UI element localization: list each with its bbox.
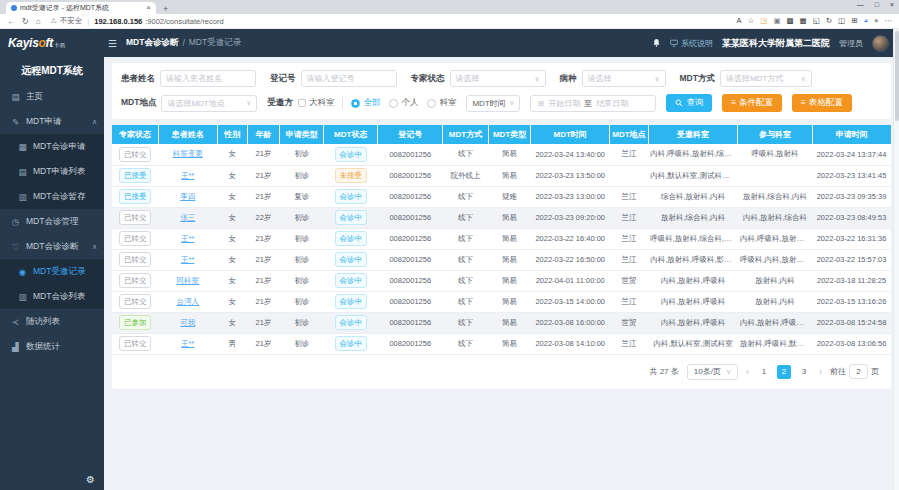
- extensions-puzzle-icon[interactable]: ⊞: [851, 17, 857, 25]
- next-page-icon[interactable]: ›: [819, 367, 822, 377]
- table-row[interactable]: 已接受王**女21岁初诊未接受0082001256院外线上简易2022-03-2…: [112, 165, 891, 186]
- reg-no-input[interactable]: [301, 70, 397, 87]
- sidebar-collapse-icon[interactable]: ☰: [108, 38, 117, 49]
- sidebar-item-mdt-apply[interactable]: ✎MDT申请∧: [0, 109, 104, 134]
- invitee-radio-科室[interactable]: 科室: [427, 97, 456, 109]
- total-count: 共 27 条: [649, 366, 678, 377]
- browser-scrollbar[interactable]: [893, 29, 899, 490]
- table-row[interactable]: 已转交台湾人女21岁初诊会诊中0082001256线下简易2022-03-15 …: [112, 291, 891, 312]
- sidebar-item-follow-up-list[interactable]: ≺随访列表: [0, 309, 104, 334]
- breadcrumb-parent: MDT会诊诊断: [126, 37, 178, 49]
- extension-icon-4[interactable]: ▦: [800, 17, 807, 25]
- copilot-icon[interactable]: ◕: [863, 17, 868, 25]
- sidebar-menu: ▤主页✎MDT申请∧▦MDT会诊申请▤MDT申请列表▥MDT会诊暂存◷MDT会诊…: [0, 84, 104, 359]
- favorites-star-icon[interactable]: ☆: [748, 17, 755, 25]
- window-restore-icon[interactable]: □: [875, 1, 879, 8]
- sidebar-item-data-stats[interactable]: ▟数据统计: [0, 334, 104, 359]
- page-list: 123: [757, 365, 811, 379]
- settings-gear-icon[interactable]: ⚙: [86, 474, 95, 485]
- extension-icon-3[interactable]: ▩: [786, 17, 793, 25]
- cell-mdt_status: 会诊中: [324, 249, 378, 270]
- table-row[interactable]: 已转交王**女21岁初诊会诊中0082001256线下简易2022-03-22 …: [112, 249, 891, 270]
- disease-select[interactable]: 请选择 ∨: [582, 70, 666, 87]
- table-row[interactable]: 已转交同科室女21岁初诊会诊中0082001256线下简易2022-04-01 …: [112, 270, 891, 291]
- user-avatar[interactable]: [872, 35, 889, 52]
- patient-name-link[interactable]: 王**: [181, 339, 194, 348]
- mdt-place-select[interactable]: 请选择MDT地点 ∨: [161, 95, 257, 112]
- scrollbar-thumb[interactable]: [895, 31, 899, 121]
- system-help-link[interactable]: 系统说明: [670, 38, 713, 49]
- patient-name-link[interactable]: 同科室: [176, 276, 199, 285]
- home-icon[interactable]: ⌂: [36, 17, 41, 26]
- cell-mdt_status: 会诊中: [324, 312, 378, 333]
- expert-status-select[interactable]: 请选择 ∨: [450, 70, 546, 87]
- invitee-radio-个人[interactable]: 个人: [389, 97, 418, 109]
- extension-icon-2[interactable]: ▣: [773, 17, 780, 25]
- table-row[interactable]: 已转交王**男21岁初诊会诊中0082001256线下简易2022-03-08 …: [112, 333, 891, 354]
- expert_status-badge: 已转交: [119, 336, 152, 351]
- refresh-extension-icon[interactable]: ↻: [826, 17, 832, 25]
- read-aloud-icon[interactable]: A: [737, 17, 742, 25]
- split-screen-icon[interactable]: ◫: [838, 17, 845, 25]
- patient-name-link[interactable]: 科室变更: [173, 149, 203, 158]
- sidebar-item-mdt-diagnosis[interactable]: ♡MDT会诊诊断∧: [0, 234, 104, 259]
- window-minimize-icon[interactable]: —: [857, 1, 864, 8]
- page-size-select[interactable]: 10条/页 ∨: [687, 364, 738, 380]
- extension-icon-1[interactable]: ◳: [760, 17, 767, 25]
- sidebar-item-mdt-consult-apply[interactable]: ▦MDT会诊申请: [0, 134, 104, 159]
- patient-name-link[interactable]: 王**: [181, 255, 194, 264]
- tab-close-icon[interactable]: ×: [146, 4, 151, 12]
- profile-avatar-icon[interactable]: ●: [874, 17, 879, 25]
- breadcrumb-current[interactable]: MDT受邀记录: [189, 37, 241, 49]
- table-row[interactable]: 已转交科室变更女21岁初诊会诊中0082001256线下简易2022-03-24…: [112, 144, 891, 165]
- browser-window: mdt受邀记录 - 远程MDT系统 × + —□× ←↻⌂ ⚠ 不安全 | 19…: [0, 0, 899, 490]
- patient-name-link[interactable]: 张三: [180, 213, 195, 222]
- patient-name-link[interactable]: 李四: [180, 192, 195, 201]
- patient-name-link[interactable]: 王**: [181, 171, 194, 180]
- app-body: 远程MDT系统 ▤主页✎MDT申请∧▦MDT会诊申请▤MDT申请列表▥MDT会诊…: [0, 57, 899, 490]
- window-close-icon[interactable]: ×: [890, 1, 894, 8]
- chevron-down-icon: ∨: [509, 99, 514, 107]
- more-menu-icon[interactable]: ⋯: [885, 17, 893, 25]
- sidebar-item-home[interactable]: ▤主页: [0, 84, 104, 109]
- patient-name-input[interactable]: [160, 70, 256, 87]
- mdt-mode-select[interactable]: 请选择MDT方式 ∨: [720, 70, 812, 87]
- mdt-time-select[interactable]: MDT时间 ∨: [466, 95, 520, 112]
- patient-name-link[interactable]: 可我: [180, 318, 195, 327]
- cell-gender: 女: [217, 144, 247, 165]
- extension-icon-5[interactable]: ◱: [813, 17, 820, 25]
- table-row[interactable]: 已转交张三女22岁初诊会诊中0082001256线下简易2022-03-23 0…: [112, 207, 891, 228]
- refresh-icon[interactable]: ↻: [22, 17, 29, 26]
- sidebar-item-mdt-invite-record[interactable]: ◉MDT受邀记录: [0, 259, 104, 284]
- notification-bell-icon[interactable]: [652, 38, 661, 48]
- share-icon: ≺: [10, 317, 21, 327]
- app-logo[interactable]: Kayisoft 卡易: [0, 36, 104, 50]
- goto-page-input[interactable]: [849, 364, 868, 379]
- table-row[interactable]: 已参加可我女21岁初诊会诊中0082001256线下简易2022-03-08 1…: [112, 312, 891, 333]
- big-dept-checkbox[interactable]: 大科室: [298, 97, 335, 109]
- sidebar-item-mdt-apply-list[interactable]: ▤MDT申请列表: [0, 159, 104, 184]
- edit-icon: ✎: [10, 117, 21, 127]
- prev-page-icon[interactable]: ‹: [746, 367, 749, 377]
- cell-mdt_place: 兰江: [610, 144, 649, 165]
- sidebar-item-mdt-consult-list[interactable]: ▥MDT会诊列表: [0, 284, 104, 309]
- table-config-button[interactable]: ≡ 表格配置: [792, 94, 852, 112]
- date-range-input[interactable]: ⊞ 开始日期 至 结束日期: [530, 95, 656, 112]
- address-url-box[interactable]: ⚠ 不安全 | 192.168.0.156:9002/consultate/re…: [51, 16, 731, 26]
- condition-config-button[interactable]: ≡ 条件配置: [722, 94, 782, 112]
- browser-tab[interactable]: mdt受邀记录 - 远程MDT系统 ×: [6, 2, 156, 14]
- page-button-3[interactable]: 3: [797, 365, 811, 379]
- sidebar-item-mdt-consult-draft[interactable]: ▥MDT会诊暂存: [0, 184, 104, 209]
- sidebar-item-mdt-manage[interactable]: ◷MDT会诊管理: [0, 209, 104, 234]
- cell-expert_status: 已转交: [112, 144, 158, 165]
- page-button-2[interactable]: 2: [777, 365, 791, 379]
- page-button-1[interactable]: 1: [757, 365, 771, 379]
- patient-name-link[interactable]: 王**: [181, 234, 194, 243]
- back-icon[interactable]: ←: [7, 17, 15, 26]
- table-row[interactable]: 已转交王**女21岁初诊会诊中0082001256线下简易2022-03-22 …: [112, 228, 891, 249]
- new-tab-button[interactable]: +: [163, 5, 168, 14]
- invitee-radio-全部[interactable]: 全部: [351, 97, 380, 109]
- table-row[interactable]: 已接受李四女21岁复诊会诊中0082001256线下疑难2022-03-23 1…: [112, 186, 891, 207]
- patient-name-link[interactable]: 台湾人: [176, 297, 199, 306]
- search-button[interactable]: 查询: [666, 94, 712, 112]
